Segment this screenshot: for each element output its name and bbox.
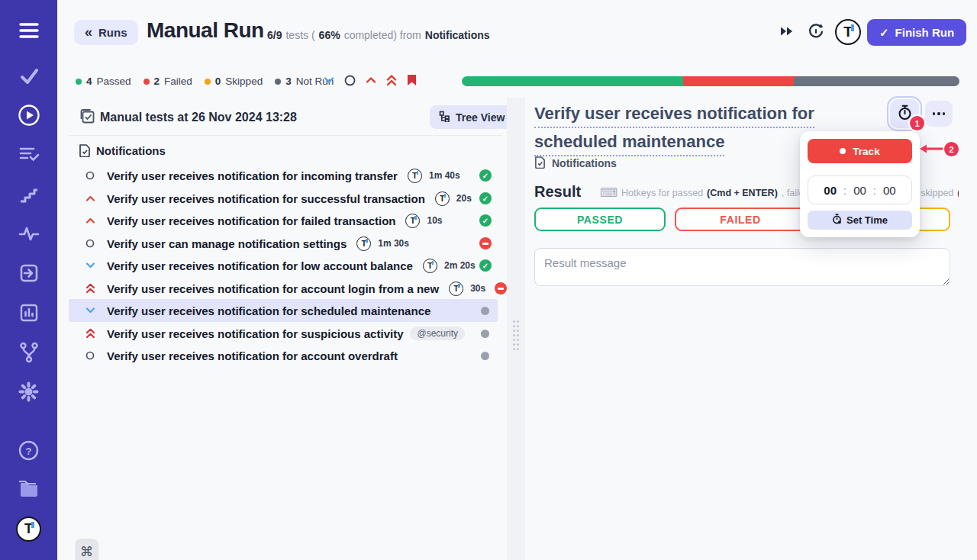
help-icon[interactable]: ? [0,440,57,461]
check-icon: ✓ [879,26,889,40]
sidebar: ? T [0,0,57,560]
test-row[interactable]: Verify user receives notification for su… [69,322,498,345]
priority-normal-icon [85,351,95,360]
priority-high-icon [85,195,95,202]
hotkeys-command-button[interactable]: ⌘ [75,539,98,560]
priority-high-icon [85,217,95,224]
chevron-up-icon[interactable] [366,76,376,84]
testomat-badge-icon: T [449,282,463,296]
set-time-button[interactable]: Set Time [808,211,912,230]
test-tag[interactable]: @security [410,327,465,340]
passed-dot-icon [76,79,82,85]
restart-timer-icon[interactable] [808,23,824,43]
test-duration: 1m 40s [429,170,460,181]
test-row-selected[interactable]: Verify user receives notification for sc… [69,299,498,322]
failed-button[interactable]: FAILED [675,208,806,231]
folder-icon[interactable] [0,478,57,498]
test-row[interactable]: Verify user receives notification for in… [69,164,498,187]
timer-display[interactable]: 00 : 00 : 00 [808,175,912,204]
stopwatch-gear-icon [832,214,842,227]
test-duration: 2m 20s [444,260,476,271]
progress-passed-segment [462,76,683,86]
page-title: Manual Run [147,18,264,43]
timer-popup: Track 00 : 00 : 00 Set Time [800,131,920,237]
record-dot-icon [840,148,846,154]
test-title: Verify user receives notification for ac… [107,349,398,362]
test-title: Verify user receives notification for fa… [107,214,395,227]
annotation-step-1: 1 [910,116,924,130]
status-notrun-icon [481,352,489,360]
priority-normal-icon [85,239,95,248]
priority-critical-icon [85,328,95,339]
back-label: Runs [98,26,127,39]
stats-percent: 66% [319,29,340,41]
command-icon: ⌘ [80,544,93,560]
drag-handle-icon [513,320,515,323]
back-to-runs-button[interactable]: « Runs [74,20,138,45]
test-row[interactable]: Verify user receives notification for lo… [69,254,498,277]
double-chevron-up-icon[interactable] [386,75,397,86]
test-title: Verify user receives notification for ac… [107,282,439,295]
breadcrumb[interactable]: Notifications [534,156,617,171]
result-message-input[interactable] [534,248,950,286]
testomat-logo-icon[interactable]: T [16,517,41,542]
annotation-arrow-icon [919,142,946,159]
timer-minutes[interactable]: 00 [853,184,866,197]
fast-forward-icon[interactable] [780,26,793,40]
progress-notrun-segment [794,76,959,86]
steps-icon[interactable] [0,185,57,204]
priority-filter-bar [324,74,417,86]
test-row[interactable]: Verify user receives notification for ac… [69,277,498,300]
test-duration: 20s [456,193,472,204]
run-progress-bar[interactable] [462,76,959,86]
timer-seconds[interactable]: 00 [883,184,896,197]
testomat-badge-icon: T [423,259,437,273]
play-circle-icon[interactable] [0,104,57,127]
run-stats: 6/9 tests ( 66% completed) from Notifica… [267,29,490,41]
branch-icon[interactable] [0,342,57,363]
timer-hours[interactable]: 00 [824,184,837,197]
testomat-badge-icon: T [408,169,422,183]
passed-button[interactable]: PASSED [534,208,666,231]
testomat-badge-icon: T [405,214,420,228]
status-passed-icon: ✓ [479,259,492,272]
gear-icon[interactable] [0,381,57,402]
stats-suite: Notifications [425,29,490,41]
suite-doc-icon [79,143,91,160]
svg-text:?: ? [26,446,32,457]
test-title: Verify user receives notification for su… [107,192,425,205]
test-row[interactable]: Verify user receives notification for su… [69,187,498,210]
list-check-icon[interactable] [0,145,57,163]
skipped-count: 0Skipped [205,76,263,87]
track-button[interactable]: Track [808,139,912,163]
check-icon[interactable] [0,67,57,85]
double-chevron-left-icon: « [85,24,92,40]
test-row[interactable]: Verify user receives notification for ac… [69,344,498,367]
suite-group-label: Notifications [96,144,166,157]
test-row[interactable]: Verify user can manage notification sett… [69,232,498,255]
bar-chart-icon[interactable] [0,303,57,323]
testomat-logo-icon[interactable]: T [835,19,861,45]
circle-icon[interactable] [344,75,356,86]
status-notrun-icon [481,307,489,315]
menu-icon[interactable] [0,21,57,40]
keyboard-icon: ⌨ [600,188,617,198]
checklist-icon [79,108,95,127]
import-icon[interactable] [0,263,57,283]
tree-view-button[interactable]: Tree View [430,105,514,129]
pulse-icon[interactable] [0,225,57,242]
result-section-title: Result [534,183,581,201]
finish-run-button[interactable]: ✓ Finish Run [867,19,966,46]
more-options-button[interactable] [925,101,953,127]
status-passed-icon: ✓ [479,192,492,204]
testomat-badge-icon: T [356,237,371,251]
chevron-down-icon[interactable] [324,76,334,84]
test-duration: 1m 30s [378,238,409,249]
panel-splitter[interactable] [507,98,525,560]
bookmark-icon[interactable] [407,74,417,86]
priority-low-icon [85,307,95,314]
failed-count: 2Failed [143,76,192,87]
progress-failed-segment [683,76,794,86]
test-row[interactable]: Verify user receives notification for fa… [69,209,498,232]
ellipsis-icon [933,112,936,115]
